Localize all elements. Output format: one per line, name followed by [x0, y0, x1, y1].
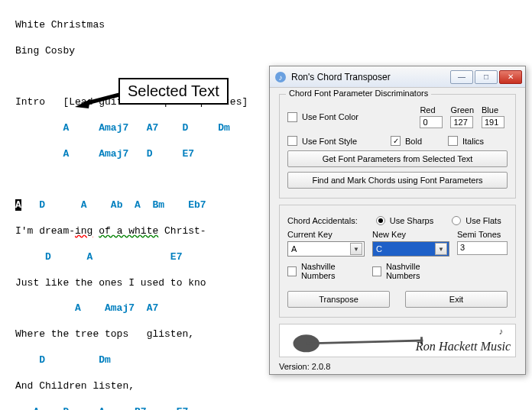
- brand-text: Ron Hackett Music: [415, 340, 511, 354]
- green-label: Green: [450, 105, 474, 115]
- chord-row-2: A Amaj7 D E7: [63, 148, 194, 160]
- brand-panel: ♪ Ron Hackett Music: [279, 324, 516, 357]
- chord-line-v1: D A Ab A Bm Eb7: [21, 199, 206, 211]
- green-input[interactable]: 127: [450, 116, 473, 128]
- current-key-select[interactable]: A▼: [287, 241, 365, 257]
- italics-checkbox[interactable]: [448, 136, 458, 146]
- svg-marker-1: [75, 99, 90, 108]
- blue-label: Blue: [482, 105, 498, 115]
- nashville-1-checkbox[interactable]: [287, 266, 297, 276]
- find-mark-chords-button[interactable]: Find and Mark Chords using Font Paramete…: [287, 172, 508, 189]
- lyric-v4: And Children listen,: [15, 380, 517, 393]
- version-label: Version: 2.0.8: [279, 362, 516, 371]
- red-label: Red: [420, 105, 435, 115]
- group-legend: Chord Font Parameter Discriminators: [286, 89, 431, 98]
- nashville-2-label: Nashville Numbers: [386, 262, 449, 280]
- use-font-style-checkbox[interactable]: [287, 136, 297, 146]
- nashville-1-label: Nashville Numbers: [301, 262, 365, 280]
- semitones-label: Semi Tones: [457, 230, 508, 239]
- maximize-button[interactable]: □: [475, 70, 498, 84]
- bold-label: Bold: [405, 137, 443, 146]
- semitones-input[interactable]: 3: [457, 241, 508, 255]
- bold-checkbox[interactable]: [391, 136, 401, 146]
- chevron-down-icon: ▼: [350, 243, 362, 255]
- use-sharps-label: Use Sharps: [390, 216, 433, 225]
- new-key-label: New Key: [372, 230, 449, 239]
- blue-input[interactable]: 191: [482, 116, 504, 128]
- nashville-2-checkbox[interactable]: [372, 266, 381, 276]
- current-key-label: Current Key: [287, 230, 365, 239]
- transposer-dialog: ♪ Ron's Chord Transposer — □ ✕ Chord Fon…: [269, 66, 526, 375]
- exit-button[interactable]: Exit: [405, 291, 508, 308]
- new-key-select[interactable]: C▼: [372, 241, 449, 257]
- chevron-down-icon: ▼: [435, 243, 447, 255]
- use-flats-label: Use Flats: [466, 216, 501, 225]
- svg-line-5: [307, 341, 423, 344]
- song-title: White Christmas: [15, 19, 517, 32]
- artist: Bing Cosby: [15, 45, 517, 58]
- svg-text:♪: ♪: [279, 73, 283, 82]
- minimize-button[interactable]: —: [450, 70, 473, 84]
- use-font-style-label: Use Font Style: [302, 137, 386, 146]
- arrow-icon: [75, 86, 121, 108]
- dialog-title: Ron's Chord Transposer: [291, 72, 449, 82]
- callout-label: Selected Text: [118, 78, 229, 105]
- titlebar[interactable]: ♪ Ron's Chord Transposer — □ ✕: [270, 66, 525, 88]
- chord-line-v5: A D A B7 E7: [15, 406, 517, 410]
- transpose-group: Chord Accidentals: Use Sharps Use Flats …: [279, 205, 516, 318]
- font-params-group: Chord Font Parameter Discriminators Use …: [279, 94, 516, 199]
- close-button[interactable]: ✕: [499, 70, 522, 84]
- selected-chord[interactable]: A: [15, 199, 21, 211]
- transpose-button[interactable]: Transpose: [287, 291, 390, 308]
- red-input[interactable]: 0: [420, 116, 443, 128]
- app-icon: ♪: [274, 71, 287, 83]
- use-font-color-checkbox[interactable]: [287, 112, 297, 122]
- use-flats-radio[interactable]: [452, 216, 461, 225]
- accidentals-label: Chord Accidentals:: [287, 216, 358, 225]
- use-sharps-radio[interactable]: [376, 216, 385, 225]
- use-font-color-label: Use Font Color: [302, 112, 415, 121]
- svg-text:♪: ♪: [499, 327, 504, 336]
- intro-label: Intro: [15, 96, 45, 108]
- italics-label: Italics: [462, 137, 484, 146]
- get-font-params-button[interactable]: Get Font Parameters from Selected Text: [287, 150, 508, 167]
- chord-row-1: A Amaj7 A7 D Dm: [63, 122, 229, 134]
